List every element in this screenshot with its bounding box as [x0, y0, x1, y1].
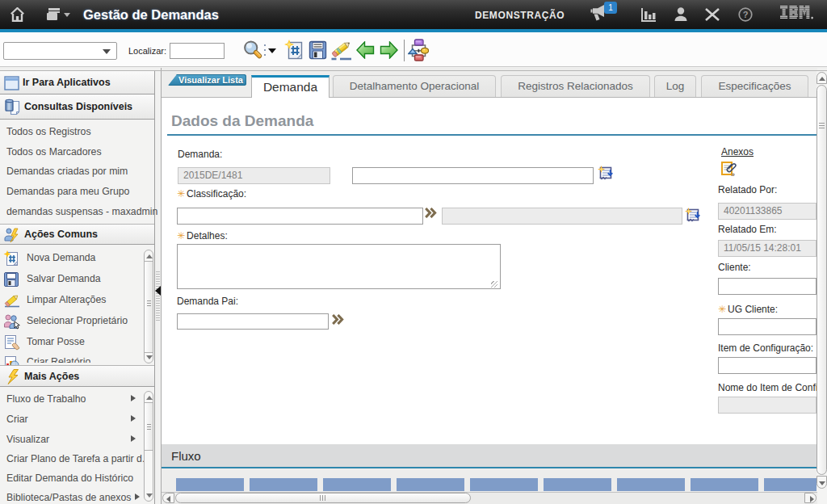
svg-text:»: »: [731, 170, 735, 178]
svg-text:?: ?: [743, 10, 749, 19]
